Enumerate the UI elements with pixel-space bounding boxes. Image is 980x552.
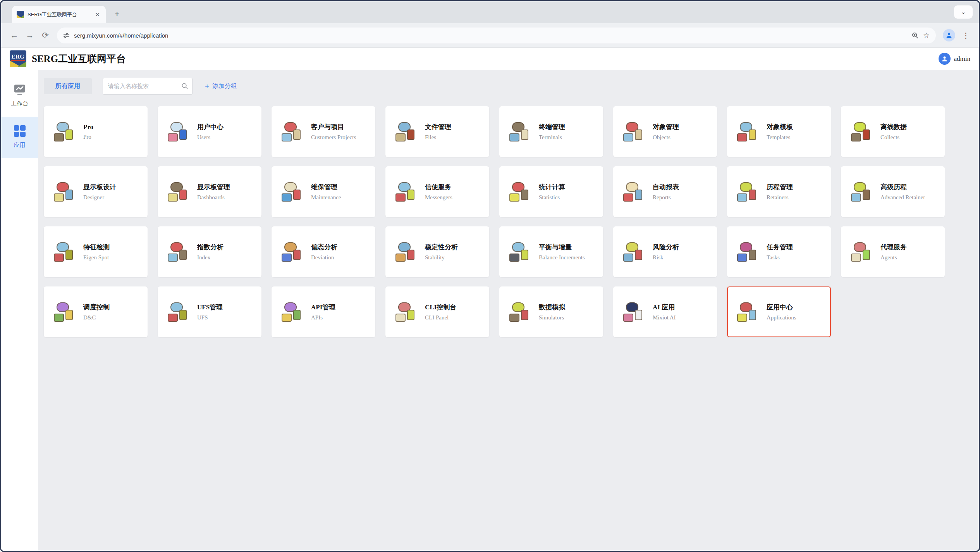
app-card-subtitle: Advanced Retainer: [880, 194, 925, 201]
app-card-subtitle: Tasks: [767, 254, 793, 261]
app-card-users[interactable]: 用户中心 Users: [158, 106, 261, 157]
user-name: admin: [954, 55, 971, 63]
add-group-button[interactable]: + 添加分组: [205, 82, 237, 91]
browser-profile-icon[interactable]: [943, 29, 955, 41]
app-card-balance-increments[interactable]: 平衡与增量 Balance Increments: [499, 226, 603, 277]
reload-icon[interactable]: ⟳: [38, 28, 52, 42]
app-card-mixiot-ai[interactable]: AI 应用 Mixiot AI: [613, 286, 717, 337]
search-input[interactable]: [103, 78, 193, 95]
app-card-statistics[interactable]: 统计计算 Statistics: [499, 166, 603, 217]
app-card-tasks[interactable]: 任务管理 Tasks: [727, 226, 831, 277]
zoom-icon[interactable]: [911, 32, 919, 39]
all-apps-button[interactable]: 所有应用: [44, 78, 92, 94]
app-card-subtitle: CLI Panel: [425, 314, 456, 321]
tab-close-icon[interactable]: ✕: [93, 10, 102, 19]
terminal-monitor-icon: [509, 121, 530, 143]
monitor-server-icon: [850, 121, 872, 143]
app-card-title: 终端管理: [539, 122, 565, 131]
app-card-messengers[interactable]: 信使服务 Messengers: [385, 166, 489, 217]
new-tab-button[interactable]: +: [111, 9, 123, 19]
app-card-retainers[interactable]: 历程管理 Retainers: [727, 166, 831, 217]
app-card-d-c[interactable]: 调度控制 D&C: [44, 286, 148, 337]
app-card-subtitle: Collects: [880, 134, 907, 141]
app-card-subtitle: Terminals: [539, 134, 565, 141]
app-card-simulators[interactable]: 数据模拟 Simulators: [499, 286, 603, 337]
app-card-title: 稳定性分析: [425, 243, 458, 252]
cloud-network-icon: [395, 181, 416, 203]
app-card-subtitle: Templates: [767, 134, 793, 141]
app-card-title: 代理服务: [880, 243, 907, 252]
app-card-title: 指数分析: [197, 243, 224, 252]
apps-grid-icon: [14, 125, 26, 137]
logo-text: ERG: [11, 53, 24, 61]
app-card-title: 对象管理: [653, 122, 679, 131]
app-card-title: 应用中心: [767, 303, 796, 312]
address-bar[interactable]: serg.mixyun.com/#/home/application ☆: [57, 28, 936, 43]
user-menu[interactable]: admin: [939, 53, 971, 65]
app-card-maintenance[interactable]: 维保管理 Maintenance: [272, 166, 375, 217]
app-header: ERG SERG工业互联网平台 admin: [1, 48, 979, 70]
app-card-title: 离线数据: [880, 122, 907, 131]
app-card-cli-panel[interactable]: CLI控制台 CLI Panel: [385, 286, 489, 337]
url-text: serg.mixyun.com/#/home/application: [74, 32, 168, 39]
browser-menu-icon[interactable]: ⋮: [959, 31, 973, 40]
app-card-title: 显示板设计: [83, 183, 116, 191]
site-info-icon[interactable]: [63, 32, 70, 39]
app-card-subtitle: Risk: [653, 254, 679, 261]
app-card-title: UFS管理: [197, 303, 223, 312]
app-card-stability[interactable]: 稳定性分析 Stability: [385, 226, 489, 277]
cloud-computer-icon: [53, 121, 75, 143]
workbench-monitor-icon: [14, 84, 26, 95]
app-card-ufs[interactable]: UFS管理 UFS: [158, 286, 261, 337]
back-icon[interactable]: ←: [7, 28, 21, 42]
bookmark-star-icon[interactable]: ☆: [923, 31, 930, 40]
sidebar-item-workbench[interactable]: 工作台: [1, 76, 38, 117]
app-card-dashboards[interactable]: 显示板管理 Dashboards: [158, 166, 261, 217]
app-grid: Pro Pro 用户中心 Users 客户与项目 Customers Proje…: [44, 106, 979, 337]
app-card-apis[interactable]: API管理 APIs: [272, 286, 375, 337]
site-favicon: [17, 11, 24, 18]
document-arrows-icon: [850, 241, 872, 263]
app-card-objects[interactable]: 对象管理 Objects: [613, 106, 717, 157]
feature-scan-icon: [53, 241, 75, 263]
line-chart-icon: [509, 241, 530, 263]
app-card-title: 维保管理: [311, 183, 341, 191]
browser-tab[interactable]: SERG工业互联网平台 ✕: [12, 6, 106, 23]
app-card-pro[interactable]: Pro Pro: [44, 106, 148, 157]
app-card-title: 任务管理: [767, 243, 793, 252]
browser-window: SERG工业互联网平台 ✕ + ⌄ ← → ⟳ serg.mixyun.com/…: [0, 0, 980, 552]
app-card-advanced-retainer[interactable]: 高级历程 Advanced Retainer: [841, 166, 945, 217]
app-card-collects[interactable]: 离线数据 Collects: [841, 106, 945, 157]
app-card-terminals[interactable]: 终端管理 Terminals: [499, 106, 603, 157]
app-card-index[interactable]: 指数分析 Index: [158, 226, 261, 277]
app-card-designer[interactable]: 显示板设计 Designer: [44, 166, 148, 217]
app-card-agents[interactable]: 代理服务 Agents: [841, 226, 945, 277]
app-card-risk[interactable]: 风险分析 Risk: [613, 226, 717, 277]
app-card-eigen-spot[interactable]: 特征检测 Eigen Spot: [44, 226, 148, 277]
app-card-subtitle: Statistics: [539, 194, 565, 201]
app-card-subtitle: Deviation: [311, 254, 337, 261]
app-card-reports[interactable]: 自动报表 Reports: [613, 166, 717, 217]
app-card-applications[interactable]: 应用中心 Applications: [727, 286, 831, 337]
sidebar-item-applications[interactable]: 应用: [1, 117, 38, 158]
app-card-title: 历程管理: [767, 183, 793, 191]
app-card-title: 客户与项目: [311, 122, 356, 131]
plus-icon: +: [205, 82, 209, 91]
tree-nodes-icon: [736, 301, 758, 323]
app-card-title: API管理: [311, 303, 335, 312]
app-card-subtitle: Pro: [83, 134, 93, 140]
spreadsheet-icon: [622, 181, 644, 203]
app-card-templates[interactable]: 对象模板 Templates: [727, 106, 831, 157]
app-card-subtitle: Retainers: [767, 194, 793, 201]
app-card-deviation[interactable]: 偏态分析 Deviation: [272, 226, 375, 277]
network-hub-icon: [622, 121, 644, 143]
forward-icon[interactable]: →: [23, 28, 37, 42]
app-card-files[interactable]: 文件管理 Files: [385, 106, 489, 157]
book-gear-icon: [281, 181, 303, 203]
app-card-subtitle: Eigen Spot: [83, 254, 110, 261]
app-card-customers-projects[interactable]: 客户与项目 Customers Projects: [272, 106, 375, 157]
sidebar: 工作台 应用: [1, 70, 38, 551]
search-icon[interactable]: [181, 83, 188, 91]
tab-search-chevron-icon[interactable]: ⌄: [954, 5, 973, 19]
tab-title: SERG工业互联网平台: [28, 11, 89, 18]
